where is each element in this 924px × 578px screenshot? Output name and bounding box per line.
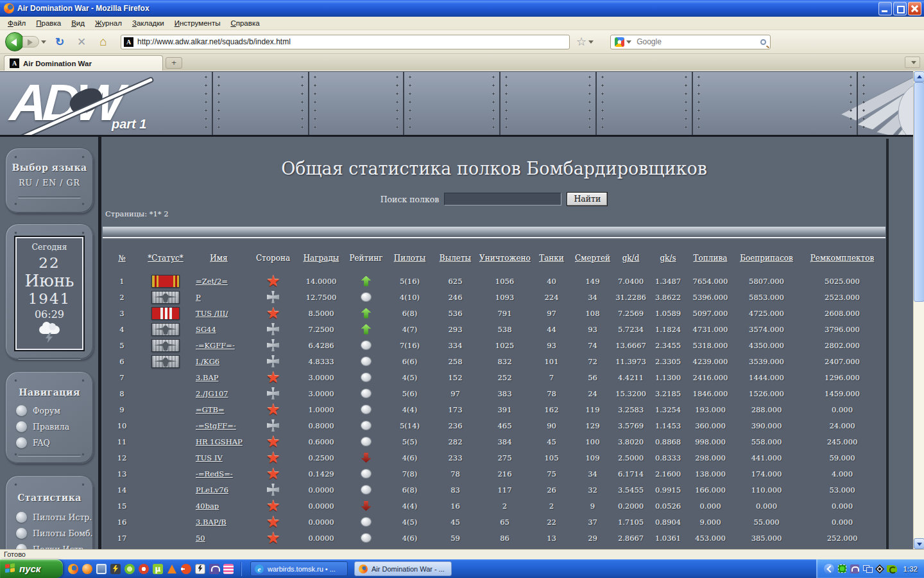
sidebar-stat-item-pilots-fighter[interactable]: Пилоты Истр. xyxy=(6,509,93,525)
squad-link[interactable]: HR 1GSHAP xyxy=(196,437,246,446)
menu-0[interactable]: Файл xyxy=(3,18,31,28)
squad-link[interactable]: SG44 xyxy=(196,325,220,334)
squad-link[interactable]: 3.BAP/B xyxy=(196,518,230,527)
squad-search-label: Поиск полков xyxy=(381,195,440,204)
history-dropdown-icon[interactable] xyxy=(41,40,46,46)
bolt-icon[interactable] xyxy=(195,564,205,574)
col-header-num[interactable]: № xyxy=(103,254,141,263)
page-scrollbar[interactable] xyxy=(913,71,924,549)
lightning-icon[interactable] xyxy=(110,564,121,574)
col-header-awards[interactable]: Награды xyxy=(298,254,344,263)
nvidia-icon[interactable] xyxy=(887,565,897,572)
start-button[interactable]: пуск xyxy=(0,559,63,578)
forward-button[interactable] xyxy=(22,36,39,48)
minimize-button[interactable] xyxy=(878,2,892,15)
col-header-status[interactable]: *Статус* xyxy=(141,254,190,263)
squad-link[interactable]: 3.BAP xyxy=(196,373,222,382)
opera-icon[interactable] xyxy=(139,564,149,574)
rating-neutral-icon xyxy=(361,405,372,414)
menu-5[interactable]: Инструменты xyxy=(169,18,226,28)
menu-6[interactable]: Справка xyxy=(225,18,264,28)
col-header-tanks[interactable]: Танки xyxy=(530,254,573,263)
squad-link[interactable]: -=KGFF=- xyxy=(196,341,239,350)
url-input[interactable] xyxy=(137,37,567,46)
squad-link[interactable]: TUS /III/ xyxy=(196,309,232,318)
table-header-row: №*Статус*ИмяСторонаНаградыРейтингПилотыВ… xyxy=(103,247,886,269)
squad-link[interactable]: 40bap xyxy=(196,502,223,511)
search-bar[interactable] xyxy=(610,35,771,49)
squad-search-input[interactable] xyxy=(444,193,561,206)
language-options[interactable]: RU / EN / GR xyxy=(6,178,93,188)
task-button-0[interactable]: ewarbirds.tomsk.ru • ... xyxy=(250,561,348,576)
url-bar[interactable]: A xyxy=(121,35,570,49)
back-button[interactable] xyxy=(5,32,24,51)
col-header-fuel[interactable]: Топлива xyxy=(687,254,734,263)
col-header-repair[interactable]: Ремкомплектов xyxy=(799,254,886,263)
web-search-input[interactable] xyxy=(637,37,760,46)
col-header-destroyed[interactable]: Уничтожено xyxy=(479,254,530,263)
close-button[interactable] xyxy=(908,2,921,15)
squad-link[interactable]: PLeLv76 xyxy=(196,486,232,495)
headphones-icon[interactable] xyxy=(850,565,859,574)
col-header-deaths[interactable]: Смертей xyxy=(573,254,612,263)
restore-button[interactable] xyxy=(893,2,907,15)
agent-icon[interactable] xyxy=(82,564,92,574)
col-header-ammo[interactable]: Боеприпасов xyxy=(734,254,799,263)
page-link-2[interactable]: 2 xyxy=(164,209,168,218)
list-all-tabs-button[interactable] xyxy=(905,57,920,68)
menu-4[interactable]: Закладки xyxy=(127,18,169,28)
engine-dropdown-icon[interactable] xyxy=(626,40,631,46)
squad-link[interactable]: 2./JG107 xyxy=(196,389,232,398)
diamond-icon[interactable] xyxy=(875,564,884,573)
sidebar-stat-item-pilots-bomber[interactable]: Пилоты Бомб. xyxy=(6,525,93,541)
green-status-icon[interactable] xyxy=(838,565,846,573)
col-header-gkd[interactable]: gk/d xyxy=(612,254,649,263)
sidebar-nav-item-faq[interactable]: FAQ xyxy=(6,435,93,451)
sidebar-nav-item-forum[interactable]: Форум xyxy=(6,403,93,419)
bookmark-star-icon[interactable]: ☆ xyxy=(576,35,586,49)
col-header-pilots[interactable]: Пилоты xyxy=(388,254,431,263)
collapse-chevron-icon[interactable] xyxy=(824,564,834,574)
find-button[interactable]: Найти xyxy=(567,192,608,206)
iron-cross-icon xyxy=(267,355,279,367)
scroll-down-button[interactable] xyxy=(914,538,924,549)
squad-link[interactable]: =Zet/2= xyxy=(196,277,232,286)
firefox-icon[interactable] xyxy=(68,564,78,574)
mail-icon[interactable] xyxy=(96,564,107,574)
col-header-name[interactable]: Имя xyxy=(190,254,248,263)
squad-link[interactable]: I./KG6 xyxy=(196,357,223,366)
download-icon[interactable] xyxy=(181,564,191,574)
icq-icon[interactable] xyxy=(124,564,135,574)
vlc-icon[interactable] xyxy=(167,564,177,574)
menu-3[interactable]: Журнал xyxy=(90,18,127,28)
winamp-icon[interactable] xyxy=(223,564,234,574)
tab-air-domination-war[interactable]: A Air Domination War xyxy=(4,55,163,71)
col-header-sorties[interactable]: Вылеты xyxy=(431,254,479,263)
cell-ammo: 385.000 xyxy=(734,534,799,543)
stop-icon[interactable]: ✕ xyxy=(73,35,90,49)
network-icon[interactable] xyxy=(863,565,873,573)
task-button-1[interactable]: Air Domination War - ... xyxy=(354,561,452,576)
sidebar-nav-item-rules[interactable]: Правила xyxy=(6,419,93,435)
scrollbar-thumb[interactable] xyxy=(914,82,924,302)
headphones-icon[interactable] xyxy=(209,564,219,574)
squad-link[interactable]: 50 xyxy=(196,534,209,543)
menu-1[interactable]: Правка xyxy=(31,18,66,28)
utorrent-icon[interactable]: µ xyxy=(153,564,163,574)
cell-sorties: 59 xyxy=(431,534,479,543)
sidebar-stat-item-squads-fighter[interactable]: Полки Истр. xyxy=(6,541,93,549)
scroll-up-button[interactable] xyxy=(914,71,924,82)
col-header-gks[interactable]: gk/s xyxy=(649,254,687,263)
squad-link[interactable]: -=StgFF=- xyxy=(196,421,240,430)
new-tab-button[interactable]: + xyxy=(166,57,182,69)
refresh-icon[interactable]: ↻ xyxy=(51,35,68,49)
squad-link[interactable]: =GTB= xyxy=(196,405,228,414)
menu-2[interactable]: Вид xyxy=(66,18,90,28)
squad-link[interactable]: TUS IV xyxy=(196,453,227,462)
home-icon[interactable]: ⌂ xyxy=(95,35,112,49)
squad-link[interactable]: -=RedS=- xyxy=(196,469,237,478)
google-engine-icon[interactable] xyxy=(615,37,624,47)
bookmark-dropdown-icon[interactable] xyxy=(588,40,594,46)
squad-link[interactable]: P xyxy=(196,293,205,302)
search-magnifier-icon[interactable] xyxy=(760,39,766,45)
